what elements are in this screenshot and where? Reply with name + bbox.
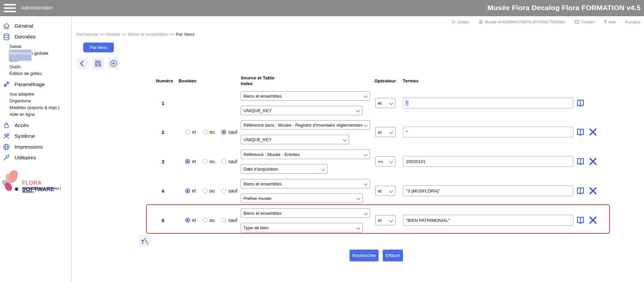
source-select-wrap: Référencé dans : Musée - Registre d'inve…: [241, 120, 370, 130]
delete-row-icon[interactable]: [589, 157, 597, 166]
radio-ou-label: ou: [210, 129, 215, 135]
operator-select[interactable]: >=: [375, 156, 396, 166]
sidebar-item-donnees[interactable]: Données: [0, 31, 71, 42]
index-browse-icon[interactable]: [576, 98, 585, 108]
radio-et-label: et: [192, 188, 196, 194]
contact-link[interactable]: Contact: [575, 20, 595, 24]
operator-select-wrap: et: [375, 98, 396, 108]
database-icon: [3, 33, 10, 41]
source-select[interactable]: Référencé dans : Musée - Registre d'inve…: [241, 120, 370, 130]
header-booleen: Booléen: [178, 78, 196, 83]
termes-input[interactable]: [403, 156, 573, 167]
index-select[interactable]: Type de bien: [241, 223, 363, 232]
source-select[interactable]: Biens et ensembles: [241, 91, 370, 101]
save-button[interactable]: [92, 57, 104, 70]
header-termes: Termes: [403, 78, 419, 83]
sidebar-item-edition-de-grilles[interactable]: Édition de grilles: [9, 70, 71, 77]
radio-et[interactable]: [185, 188, 190, 193]
back-button[interactable]: [76, 57, 89, 70]
sidebar-item-saisie[interactable]: Saisie: [9, 43, 71, 50]
index-select[interactable]: UNIQUE_KEY: [241, 106, 362, 115]
effacer-button[interactable]: Effacer: [383, 250, 403, 261]
radio-sauf-label: sauf: [228, 217, 237, 223]
radio-ou[interactable]: [203, 218, 208, 223]
index-select[interactable]: Date d'acquisition: [241, 164, 328, 174]
criteria-row-5: 5 et ou sauf Biens et ensembles Type de …: [0, 208, 644, 237]
sidebar-item-recherche[interactable]: Recherche: [9, 50, 31, 61]
index-select-wrap: Type de bien: [241, 223, 363, 232]
index-browse-icon[interactable]: [576, 186, 585, 196]
sort-criteria-button[interactable]: 321: [139, 235, 151, 247]
criteria-row-4: 4 et ou sauf Biens et ensembles Préfixe …: [0, 179, 644, 208]
index-browse-icon[interactable]: [576, 215, 585, 225]
header-source-index: Source et TableIndex: [241, 75, 275, 86]
radio-ou-label: ou: [210, 159, 215, 164]
chevron-left-icon: [78, 59, 87, 68]
delete-row-icon[interactable]: [589, 128, 597, 136]
gears-icon: [3, 81, 10, 88]
radio-et[interactable]: [185, 218, 190, 223]
radio-sauf-label: sauf: [228, 159, 237, 164]
help-icon: ?: [604, 19, 607, 25]
termes-input[interactable]: [403, 127, 573, 137]
index-browse-icon[interactable]: [576, 127, 585, 137]
apropos-link[interactable]: A propos: [625, 20, 641, 24]
source-select[interactable]: Biens et ensembles: [241, 179, 370, 188]
sidebar-item-outils[interactable]: Outils: [9, 63, 71, 70]
plus-circle-icon: [110, 59, 118, 68]
radio-sauf[interactable]: [221, 218, 226, 223]
source-select[interactable]: Biens et ensembles: [241, 208, 370, 218]
row-number: 4: [162, 188, 169, 194]
utility-bar: Quitter Musée v4 ADMINISTRATEUR FONCTION…: [451, 19, 641, 25]
user-menu[interactable]: Musée v4 ADMINISTRATEUR FONCTIONNEL: [478, 20, 566, 24]
add-criteria-button[interactable]: [108, 57, 120, 70]
svg-text:1: 1: [147, 241, 149, 245]
logout-icon: [451, 20, 456, 24]
index-select[interactable]: Préfixe musée: [241, 194, 363, 203]
radio-et[interactable]: [185, 130, 190, 134]
source-select-wrap: Référence : Musée - Entrées: [241, 150, 370, 159]
radio-sauf[interactable]: [221, 130, 226, 134]
operator-select[interactable]: et: [375, 215, 396, 225]
radio-sauf-label: sauf: [228, 129, 237, 135]
radio-ou[interactable]: [203, 159, 208, 164]
top-bar: Administration Musée Flora Decalog Flora…: [0, 0, 644, 16]
index-browse-icon[interactable]: [576, 157, 585, 166]
sidebar-item-parametrage[interactable]: Paramétrage: [0, 79, 71, 90]
termes-input[interactable]: [403, 185, 573, 196]
delete-row-icon[interactable]: [589, 186, 597, 195]
source-select[interactable]: Référence : Musée - Entrées: [241, 150, 370, 159]
operator-select[interactable]: et: [375, 127, 396, 137]
index-select-wrap: UNIQUE_KEY: [241, 106, 362, 115]
operator-select-wrap: >=: [375, 156, 396, 166]
boolean-radio-group: et ou sauf: [185, 188, 237, 194]
criteria-row-2: 2 et ou sauf Référencé dans : Musée - Re…: [0, 120, 644, 149]
criteria-row-1: 1 et ou sauf Biens et ensembles UNIQUE_K…: [0, 91, 644, 120]
operator-select[interactable]: et: [375, 98, 396, 108]
sort-numeric-icon: 321: [140, 237, 149, 246]
aide-link[interactable]: ? Aide: [604, 19, 616, 25]
hamburger-menu-icon[interactable]: [3, 3, 16, 14]
radio-sauf[interactable]: [221, 159, 226, 164]
home-icon: [3, 22, 10, 30]
sidebar-item-general[interactable]: Général: [0, 21, 71, 31]
delete-row-icon[interactable]: [589, 216, 597, 225]
boolean-radio-group: et ou sauf: [185, 217, 237, 223]
quitter-link[interactable]: Quitter: [451, 20, 469, 24]
operator-select[interactable]: et: [375, 186, 396, 196]
radio-sauf[interactable]: [221, 188, 226, 193]
row-number: 2: [162, 130, 169, 135]
radio-ou[interactable]: [203, 130, 208, 134]
mail-icon: [575, 20, 579, 24]
row-number: 5: [162, 218, 169, 223]
rechercher-button[interactable]: Rechercher: [350, 250, 379, 261]
termes-input[interactable]: [403, 98, 573, 108]
radio-et[interactable]: [185, 159, 190, 164]
header-operateur: Opérateur: [374, 78, 396, 83]
termes-input[interactable]: [403, 215, 573, 226]
tab-par-liens[interactable]: Par liens: [83, 43, 114, 52]
index-select-wrap: Préfixe musée: [241, 194, 363, 203]
index-select[interactable]: UNIQUE_KEY: [241, 135, 349, 144]
user-icon: [478, 20, 483, 24]
radio-ou[interactable]: [203, 188, 208, 193]
